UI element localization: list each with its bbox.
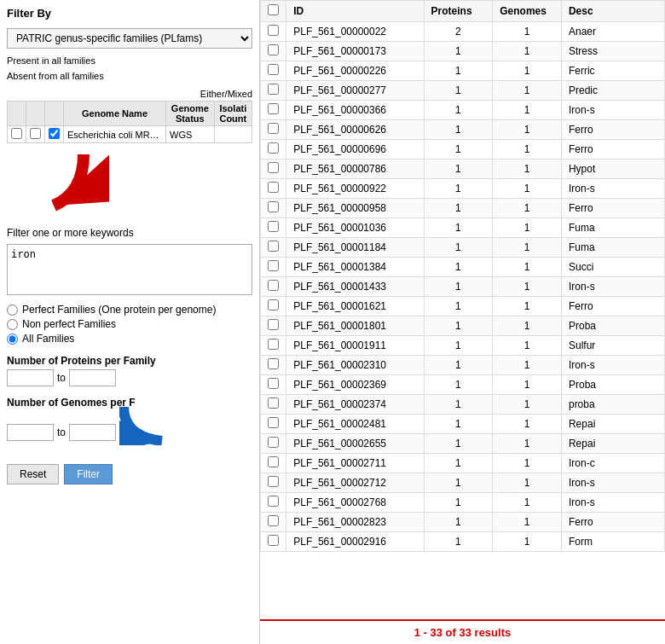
row-checkbox[interactable]	[268, 123, 279, 134]
radio-group: Perfect Families (One protein per genome…	[7, 304, 252, 345]
row-desc: Hypot	[561, 160, 664, 179]
row-checkbox[interactable]	[268, 476, 279, 487]
table-row: PLF_561_00000226 1 1 Ferric	[261, 61, 665, 81]
genome-cb1[interactable]	[11, 128, 22, 139]
row-checkbox[interactable]	[268, 339, 279, 350]
row-genomes: 1	[493, 532, 562, 552]
row-checkbox[interactable]	[268, 103, 279, 114]
table-row: PLF_561_00001621 1 1 Ferro	[261, 297, 665, 316]
row-genomes: 1	[493, 454, 562, 473]
genome-cb3[interactable]	[49, 128, 60, 139]
row-checkbox[interactable]	[268, 201, 279, 212]
table-row: PLF_561_00000696 1 1 Ferro	[261, 140, 665, 160]
row-checkbox[interactable]	[268, 515, 279, 526]
row-desc: Fuma	[561, 238, 664, 258]
radio-nonperfect[interactable]: Non perfect Families	[7, 318, 252, 330]
genome-cb2[interactable]	[30, 128, 41, 139]
row-desc: Ferro	[561, 140, 664, 160]
row-proteins: 1	[424, 316, 493, 336]
row-checkbox[interactable]	[268, 182, 279, 193]
row-proteins: 1	[424, 160, 493, 179]
row-checkbox-cell	[261, 218, 286, 238]
row-id: PLF_561_00002768	[286, 493, 424, 513]
row-proteins: 1	[424, 179, 493, 199]
row-genomes: 1	[493, 316, 562, 336]
row-checkbox[interactable]	[268, 456, 279, 467]
row-proteins: 1	[424, 532, 493, 552]
family-type-select[interactable]: PATRIC genus-specific families (PLfams)	[7, 28, 252, 49]
row-checkbox[interactable]	[268, 299, 279, 310]
row-checkbox[interactable]	[268, 25, 279, 36]
table-row: PLF_561_00002823 1 1 Ferro	[261, 513, 665, 532]
genomes-from-input[interactable]	[7, 424, 54, 441]
radio-perfect[interactable]: Perfect Families (One protein per genome…	[7, 304, 252, 316]
row-checkbox-cell	[261, 375, 286, 395]
row-id: PLF_561_00001433	[286, 277, 424, 297]
row-checkbox[interactable]	[268, 260, 279, 271]
row-genomes: 1	[493, 22, 562, 42]
row-genomes: 1	[493, 375, 562, 395]
genome-status-cell: WGS	[166, 126, 215, 143]
genome-table: Genome Name Genome Status Isolati Count …	[7, 101, 252, 143]
table-row: PLF_561_00001384 1 1 Succi	[261, 258, 665, 277]
genomes-to-input[interactable]	[69, 424, 116, 441]
row-genomes: 1	[493, 356, 562, 375]
row-checkbox-cell	[261, 434, 286, 454]
row-id: PLF_561_00002310	[286, 356, 424, 375]
row-desc: Fuma	[561, 218, 664, 238]
row-checkbox[interactable]	[268, 64, 279, 75]
row-checkbox[interactable]	[268, 535, 279, 546]
absent-label: Absent from all families	[7, 69, 252, 84]
table-row: PLF_561_00000786 1 1 Hypot	[261, 160, 665, 179]
row-checkbox-cell	[261, 336, 286, 356]
row-checkbox[interactable]	[268, 221, 279, 232]
row-checkbox-cell	[261, 120, 286, 140]
proteins-from-input[interactable]	[7, 369, 54, 386]
row-checkbox[interactable]	[268, 437, 279, 448]
filter-button[interactable]: Filter	[64, 464, 113, 484]
radio-all-input[interactable]	[7, 334, 18, 345]
row-checkbox[interactable]	[268, 397, 279, 409]
row-checkbox[interactable]	[268, 319, 279, 330]
row-desc: Iron-s	[561, 179, 664, 199]
row-checkbox[interactable]	[268, 280, 279, 291]
row-checkbox[interactable]	[268, 44, 279, 55]
row-id: PLF_561_00000786	[286, 160, 424, 179]
row-checkbox-cell	[261, 513, 286, 532]
row-checkbox[interactable]	[268, 417, 279, 428]
results-table: ID Proteins Genomes Desc PLF_561_0000002…	[260, 0, 665, 552]
row-checkbox[interactable]	[268, 142, 279, 154]
num-proteins-label: Number of Proteins per Family	[7, 355, 252, 367]
filter-keywords-input[interactable]: iron	[7, 244, 252, 295]
radio-nonperfect-input[interactable]	[7, 319, 18, 330]
table-row: PLF_561_00001433 1 1 Iron-s	[261, 277, 665, 297]
row-proteins: 1	[424, 356, 493, 375]
row-checkbox[interactable]	[268, 496, 279, 507]
row-checkbox[interactable]	[268, 162, 279, 173]
row-id: PLF_561_00001621	[286, 297, 424, 316]
row-genomes: 1	[493, 277, 562, 297]
row-checkbox[interactable]	[268, 358, 279, 369]
reset-button[interactable]: Reset	[7, 464, 59, 484]
radio-all[interactable]: All Families	[7, 333, 252, 345]
th-cb1	[8, 102, 26, 126]
th-genome-status: Genome Status	[166, 102, 215, 126]
row-checkbox[interactable]	[268, 84, 279, 95]
row-checkbox-cell	[261, 101, 286, 120]
proteins-to-input[interactable]	[69, 369, 116, 386]
blue-arrow-icon	[119, 403, 179, 445]
radio-perfect-input[interactable]	[7, 305, 18, 316]
row-id: PLF_561_00001911	[286, 336, 424, 356]
row-checkbox[interactable]	[268, 241, 279, 252]
genome-name-cell: Escherichia coli MRSN_t	[64, 126, 166, 143]
row-genomes: 1	[493, 179, 562, 199]
row-desc: Proba	[561, 375, 664, 395]
table-row: PLF_561_00002916 1 1 Form	[261, 532, 665, 552]
table-row: PLF_561_00000173 1 1 Stress	[261, 42, 665, 61]
table-row: PLF_561_00001911 1 1 Sulfur	[261, 336, 665, 356]
select-all-checkbox[interactable]	[268, 4, 279, 15]
row-checkbox[interactable]	[268, 378, 279, 389]
row-checkbox-cell	[261, 297, 286, 316]
row-genomes: 1	[493, 297, 562, 316]
th-proteins: Proteins	[424, 1, 493, 22]
